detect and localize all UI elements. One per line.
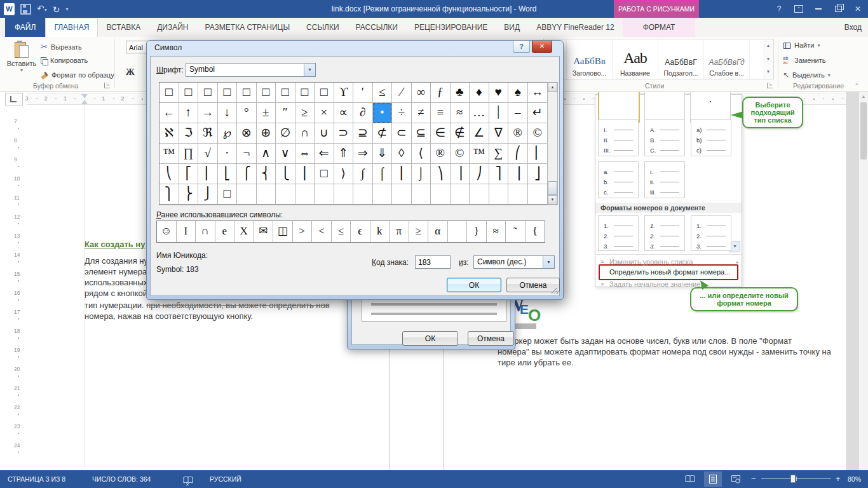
recent-symbol-cell[interactable]: ≥	[409, 221, 429, 242]
menu-item-change-list-level[interactable]: ≡Изменить уровень списка▸	[595, 257, 742, 267]
style-item[interactable]: АаБбВвЗаголово...	[567, 39, 613, 79]
symbol-cell[interactable]: □	[237, 83, 257, 103]
tab-format[interactable]: ФОРМАТ	[623, 18, 696, 37]
recent-symbol-cell[interactable]: Ι	[177, 221, 196, 242]
symbol-cell[interactable]: ⎯	[508, 103, 528, 123]
symbol-cell[interactable]: ≥	[295, 103, 315, 123]
tab-abbyy-finereader[interactable]: ABBYY FineReader 12	[528, 18, 623, 37]
symbol-grid-scrollbar[interactable]: ▲ ▼	[547, 82, 558, 205]
symbol-cell[interactable]: □	[276, 83, 295, 103]
symbol-cell[interactable]: ↓	[218, 103, 238, 123]
symbol-cell[interactable]	[295, 184, 315, 205]
vertical-ruler[interactable]: 789101112131415161718192021222324	[11, 106, 27, 468]
symbol-cell[interactable]: ⊄	[373, 123, 393, 144]
combo-arrow-icon[interactable]: ▼	[543, 256, 554, 268]
select-button[interactable]: ↖ Выделить▾	[783, 71, 831, 79]
symbol-cell[interactable]: ⟩	[334, 164, 354, 184]
symbol-cell[interactable]: ∂	[353, 103, 373, 123]
recent-symbol-cell[interactable]: ☺	[157, 221, 177, 242]
symbol-cell[interactable]: ↔	[528, 83, 548, 103]
list-format-box[interactable]: i.ii.iii.	[644, 161, 685, 198]
styles-dialog-launcher-icon[interactable]: ↘	[767, 83, 773, 88]
symbol-cell[interactable]: □	[315, 83, 334, 103]
symbol-cell[interactable]: ⎜	[528, 144, 548, 164]
tab-view[interactable]: ВИД	[496, 18, 528, 37]
list-format-box[interactable]	[598, 92, 640, 123]
symbol-cell[interactable]	[315, 184, 334, 205]
list-format-box[interactable]: a)b)c)	[691, 119, 731, 156]
scrollbar-thumb[interactable]	[860, 102, 867, 159]
recent-symbol-cell[interactable]: ˜	[506, 221, 526, 242]
symbol-cell[interactable]	[451, 184, 470, 205]
symbol-cell[interactable]: ≡	[431, 103, 451, 123]
word-count[interactable]: ЧИСЛО СЛОВ: 364	[92, 470, 151, 488]
symbol-cell[interactable]: ←	[159, 103, 179, 123]
symbol-cell[interactable]: ♥	[489, 83, 509, 103]
symbol-cell[interactable]	[237, 184, 257, 205]
symbol-cell[interactable]: ⏐	[489, 103, 509, 123]
symbol-cell[interactable]: ⎬	[179, 184, 199, 205]
list-format-box[interactable]: 1.2.3.	[644, 215, 685, 251]
close-icon[interactable]: ✕	[850, 2, 865, 16]
proofing-icon[interactable]	[183, 474, 193, 488]
zoom-out-icon[interactable]: −	[751, 470, 756, 488]
cut-button[interactable]: ✂ Вырезать	[41, 42, 82, 51]
sign-in-link[interactable]: Вход	[844, 18, 862, 37]
symbol-cell[interactable]	[508, 184, 528, 205]
symbol-cell[interactable]: ℵ	[159, 123, 179, 144]
symbol-cell[interactable]	[528, 184, 548, 205]
symbol-cell[interactable]: ↑	[179, 103, 199, 123]
language-indicator[interactable]: РУССКИЙ	[210, 470, 241, 488]
symbol-cell[interactable]: ′	[353, 83, 373, 103]
help-icon[interactable]: ?	[771, 2, 787, 16]
symbol-cell[interactable]: ⎮	[392, 164, 412, 184]
symbol-cell[interactable]: □	[295, 83, 315, 103]
symbol-cell[interactable]: ∞	[412, 83, 431, 103]
tab-references[interactable]: ССЫЛКИ	[298, 18, 347, 37]
symbol-cell[interactable]: ⎭	[198, 184, 218, 205]
dialog-close-icon[interactable]: ✕	[532, 41, 552, 53]
symbol-cell[interactable]: ⇑	[334, 144, 354, 164]
symbol-cell[interactable]: ℑ	[179, 123, 199, 144]
symbol-cell[interactable]: ⇐	[315, 144, 334, 164]
symbol-cell[interactable]: ©	[528, 123, 548, 144]
ok-button[interactable]: ОК	[447, 278, 501, 292]
symbol-cell[interactable]: ♦	[470, 83, 489, 103]
symbol-cell[interactable]: ⎫	[159, 184, 179, 205]
symbol-cell[interactable]: →	[198, 103, 218, 123]
symbol-cell[interactable]: ⎥	[508, 164, 528, 184]
symbol-cell[interactable]: ⎞	[431, 164, 451, 184]
collapse-ribbon-icon[interactable]: ⌃	[854, 83, 859, 89]
symbol-cell[interactable]: ⋅	[218, 144, 238, 164]
symbol-cell[interactable]: ∧	[257, 144, 276, 164]
symbol-cell[interactable]: ⎣	[218, 164, 238, 184]
symbol-cell[interactable]: ƒ	[431, 83, 451, 103]
recent-symbol-cell[interactable]: e	[215, 221, 235, 242]
list-format-box[interactable]: 1.2.3.	[598, 215, 639, 251]
format-painter-button[interactable]: Формат по образцу	[41, 71, 114, 79]
symbol-cell[interactable]: ∈	[431, 123, 451, 144]
styles-scroll-down-icon[interactable]: ▼	[763, 53, 773, 66]
symbol-cell[interactable]: □	[218, 83, 238, 103]
copy-button[interactable]: Копировать	[41, 57, 88, 64]
web-layout-button[interactable]	[727, 471, 745, 487]
tab-insert[interactable]: ВСТАВКА	[98, 18, 149, 37]
symbol-cell[interactable]: ⊗	[237, 123, 257, 144]
ribbon-display-icon[interactable]: ⌃	[791, 2, 806, 16]
symbol-cell[interactable]: ⇓	[373, 144, 393, 164]
recent-symbol-cell[interactable]: α	[428, 221, 448, 242]
recent-symbol-cell[interactable]: }	[467, 221, 487, 242]
vertical-scrollbar[interactable]: ▲	[859, 92, 868, 470]
first-line-indent-marker[interactable]	[81, 94, 88, 98]
recent-symbol-cell[interactable]: ✉	[254, 221, 274, 242]
symbol-cell[interactable]: □	[218, 184, 238, 205]
styles-scroll-up-icon[interactable]: ▲	[763, 39, 773, 53]
symbol-cell[interactable]: ∝	[334, 103, 354, 123]
paste-button[interactable]: Вставить ▾	[5, 39, 38, 84]
symbol-cell[interactable]	[431, 184, 451, 205]
char-code-input[interactable]	[415, 255, 451, 269]
symbol-cell[interactable]: ∏	[179, 144, 199, 164]
list-format-box[interactable]: 1.2.3.	[691, 215, 731, 251]
symbol-cell[interactable]: ⇒	[353, 144, 373, 164]
symbol-cell[interactable]: ⎨	[257, 164, 276, 184]
